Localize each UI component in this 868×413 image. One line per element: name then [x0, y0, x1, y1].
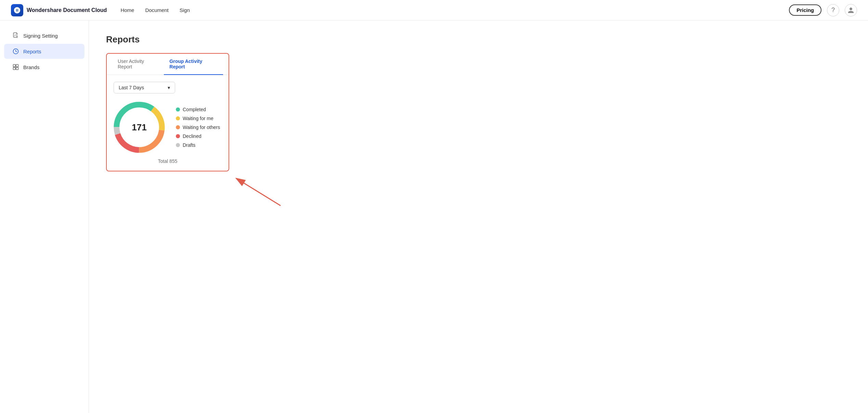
declined-dot	[176, 134, 180, 138]
main-content: Reports User Activity Report Group Activ…	[89, 21, 868, 413]
sidebar-item-brands-label: Brands	[23, 64, 40, 70]
drafts-label: Drafts	[183, 142, 195, 148]
nav-sign[interactable]: Sign	[180, 7, 190, 13]
brands-icon	[12, 64, 19, 70]
pricing-button[interactable]: Pricing	[789, 4, 821, 16]
sidebar-item-signing-setting[interactable]: Signing Setting	[4, 28, 85, 43]
svg-rect-4	[13, 67, 16, 70]
main-nav: Home Document Sign	[120, 7, 190, 13]
legend-item-drafts: Drafts	[176, 142, 220, 148]
tab-group-activity[interactable]: Group Activity Report	[164, 54, 223, 75]
header-left: Wondershare Document Cloud Home Document…	[11, 4, 190, 16]
signing-setting-icon	[12, 32, 19, 39]
waiting-others-label: Waiting for others	[183, 125, 220, 130]
completed-dot	[176, 107, 180, 112]
header-right: Pricing ?	[789, 4, 857, 16]
main-layout: Signing Setting Reports Brands Reports	[0, 21, 868, 413]
legend-item-waiting-me: Waiting for me	[176, 116, 220, 121]
logo-svg	[13, 7, 21, 14]
waiting-others-dot	[176, 125, 180, 129]
help-icon: ?	[831, 7, 835, 14]
dropdown-value: Last 7 Days	[119, 85, 144, 90]
arrow-annotation	[226, 175, 294, 209]
help-button[interactable]: ?	[827, 4, 839, 16]
waiting-me-dot	[176, 116, 180, 120]
completed-label: Completed	[183, 107, 206, 112]
donut-chart: 171	[114, 102, 165, 153]
legend-item-completed: Completed	[176, 107, 220, 112]
nav-home[interactable]: Home	[120, 7, 134, 13]
logo-text: Wondershare Document Cloud	[27, 7, 107, 13]
report-card: User Activity Report Group Activity Repo…	[106, 53, 229, 171]
tab-user-activity[interactable]: User Activity Report	[112, 54, 164, 75]
date-range-dropdown[interactable]: Last 7 Days ▾	[114, 82, 175, 93]
svg-rect-5	[16, 67, 18, 70]
user-icon	[847, 7, 854, 14]
legend-item-waiting-others: Waiting for others	[176, 125, 220, 130]
sidebar-item-brands[interactable]: Brands	[4, 60, 85, 75]
total-text: Total 855	[114, 158, 222, 164]
user-button[interactable]	[845, 4, 857, 16]
chart-legend: Completed Waiting for me Waiting for oth…	[176, 107, 220, 148]
legend-item-declined: Declined	[176, 133, 220, 139]
sidebar-item-reports-label: Reports	[23, 49, 41, 54]
page-title: Reports	[106, 34, 851, 45]
logo-icon	[11, 4, 23, 16]
logo[interactable]: Wondershare Document Cloud	[11, 4, 107, 16]
sidebar-item-signing-setting-label: Signing Setting	[23, 33, 58, 39]
report-tabs: User Activity Report Group Activity Repo…	[107, 54, 229, 75]
svg-rect-3	[16, 65, 18, 67]
donut-center-value: 171	[132, 122, 146, 133]
svg-rect-2	[13, 65, 16, 67]
waiting-me-label: Waiting for me	[183, 116, 213, 121]
card-body: Last 7 Days ▾	[107, 75, 229, 171]
reports-icon	[12, 48, 19, 55]
arrow-svg	[226, 175, 294, 209]
drafts-dot	[176, 143, 180, 147]
nav-document[interactable]: Document	[145, 7, 168, 13]
svg-line-12	[236, 178, 281, 206]
declined-label: Declined	[183, 133, 201, 139]
sidebar: Signing Setting Reports Brands	[0, 21, 89, 413]
header: Wondershare Document Cloud Home Document…	[0, 0, 868, 21]
chart-area: 171 Completed Waiting for me	[114, 102, 222, 153]
sidebar-item-reports[interactable]: Reports	[4, 44, 85, 59]
chevron-down-icon: ▾	[168, 85, 170, 90]
